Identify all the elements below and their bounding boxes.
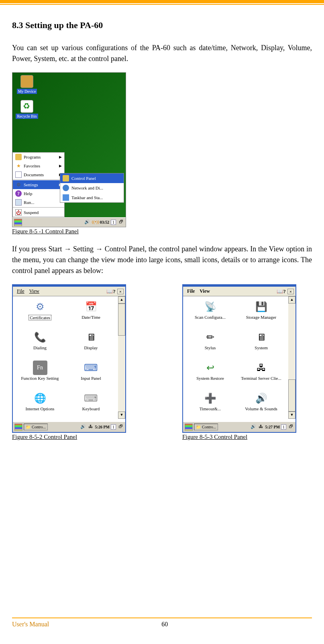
figure-row: File View 📖? × ⚙Certificates 📅Date/Time …: [12, 284, 312, 440]
menu-divider: [13, 179, 64, 180]
start-button[interactable]: [14, 424, 22, 431]
network-label: Network and Di...: [71, 185, 103, 190]
cp-item-stylus[interactable]: ✏Stylus: [185, 330, 236, 359]
cp-item-datetime[interactable]: 📅Date/Time: [65, 300, 116, 328]
scroll-down-button[interactable]: ▼: [288, 412, 295, 419]
cp-item-volume[interactable]: 🔊Volume & Sounds: [236, 391, 287, 420]
menu-file[interactable]: File: [185, 287, 197, 295]
help-label: Help: [24, 191, 32, 196]
taskbar-clock[interactable]: 03:52: [100, 220, 109, 224]
taskbar-app-icon: 📁: [26, 425, 31, 429]
plus-icon: ➕: [203, 391, 218, 406]
menu-view[interactable]: View: [27, 287, 42, 295]
control-panel-label: Control Panel: [71, 176, 96, 181]
cp-item-display[interactable]: 🖥Display: [65, 330, 116, 359]
cp-item-restore[interactable]: ↩System Restore: [185, 361, 236, 389]
tray-indicator[interactable]: 1: [111, 220, 116, 225]
cp-item-system[interactable]: 🖥System: [236, 330, 287, 359]
section-title-text: Setting up the PA-60: [25, 20, 103, 30]
section-number: 8.3: [12, 20, 23, 30]
scanner-icon: 📡: [203, 300, 218, 314]
close-button[interactable]: ×: [117, 289, 124, 294]
submenu-control-panel[interactable]: Control Panel: [60, 173, 124, 183]
scroll-thumb[interactable]: [118, 304, 125, 336]
icon-grid: ⚙Certificates 📅Date/Time 📞Dialing 🖥Displ…: [13, 296, 118, 419]
chevron-right-icon: ▶: [59, 155, 62, 159]
start-item-settings[interactable]: ⚙ Settings ▶: [13, 180, 64, 189]
tray-network-icon[interactable]: 🖧: [258, 424, 264, 430]
cp-item-functionkey[interactable]: FnFunction Key Setting: [14, 361, 65, 389]
start-menu: Programs ▶ ★ Favorites ▶ Documents ▶ ⚙ S…: [12, 152, 65, 217]
tray-indicator[interactable]: 1: [111, 424, 116, 430]
close-button[interactable]: ×: [287, 289, 294, 294]
tray-indicator[interactable]: 1: [281, 424, 286, 430]
cp-item-inputpanel[interactable]: ⌨Input Panel: [65, 361, 116, 389]
cp-item-terminal[interactable]: 🖧Terminal Server Clie...: [236, 361, 287, 389]
scroll-thumb[interactable]: [288, 379, 295, 412]
tray-speaker-icon[interactable]: 🔊: [80, 424, 86, 430]
taskbar-app-label: Contro...: [202, 425, 216, 429]
start-item-favorites[interactable]: ★ Favorites ▶: [13, 161, 64, 170]
cp-item-dialing[interactable]: 📞Dialing: [14, 330, 65, 359]
scrollbar[interactable]: ▲ ▼: [288, 296, 295, 419]
taskbar-clock[interactable]: 5:26 PM: [95, 425, 110, 429]
scroll-track[interactable]: [288, 304, 295, 412]
cp-item-timeout[interactable]: ➕Timeout&...: [185, 391, 236, 420]
taskbar-app-button[interactable]: 📁 Contro...: [24, 424, 48, 430]
keyboard-icon: ⌨: [84, 361, 98, 375]
fn-icon: Fn: [33, 361, 47, 375]
start-item-help[interactable]: ? Help: [13, 189, 64, 198]
top-accent-bar: [0, 0, 324, 3]
scroll-down-button[interactable]: ▼: [118, 412, 125, 419]
start-item-programs[interactable]: Programs ▶: [13, 153, 64, 161]
start-button[interactable]: [185, 424, 193, 431]
taskbar-clock[interactable]: 5:27 PM: [265, 425, 280, 429]
storage-icon: 💾: [254, 300, 269, 314]
menu-view[interactable]: View: [197, 287, 212, 295]
start-item-run[interactable]: Run...: [13, 198, 64, 207]
cp-item-keyboard[interactable]: ⌨Keyboard: [65, 391, 116, 420]
figure-1-desktop: My Device Recycle Bin Programs ▶ ★ Favor…: [12, 72, 126, 227]
start-item-documents[interactable]: Documents ▶: [13, 170, 64, 179]
tray-speaker-icon[interactable]: 🔊: [250, 424, 257, 430]
scroll-up-button[interactable]: ▲: [118, 296, 125, 304]
figure-1-caption: Figure 8-5 -1 Control Panel: [12, 228, 312, 235]
figure-3-block: File View 📖? × 📡Scan Configura... 💾Stora…: [182, 284, 296, 440]
taskbar-app-button[interactable]: 📁 Contro...: [194, 424, 218, 430]
display-icon: 🖥: [84, 330, 98, 344]
menu-file[interactable]: File: [14, 287, 27, 295]
figure-1-block: My Device Recycle Bin Programs ▶ ★ Favor…: [12, 72, 312, 235]
cp-item-certificates[interactable]: ⚙Certificates: [14, 300, 65, 328]
pen-icon: ✏: [203, 330, 218, 344]
cp-item-internet[interactable]: 🌐Internet Options: [14, 391, 65, 420]
start-item-suspend[interactable]: ⏻ Suspend: [13, 208, 64, 217]
control-panel-body: 📡Scan Configura... 💾Storage Manager ✏Sty…: [183, 296, 295, 419]
taskbar-label: Taskbar and Sta...: [71, 195, 103, 200]
scroll-up-button[interactable]: ▲: [288, 296, 295, 304]
tray-windows-icon[interactable]: 🗗: [287, 424, 294, 430]
start-button[interactable]: [14, 219, 22, 226]
my-device-icon[interactable]: My Device: [15, 75, 39, 94]
scroll-track[interactable]: [118, 304, 125, 412]
taskbar-app-label: Contro...: [32, 425, 46, 429]
footer-accent-line: [12, 618, 312, 618]
submenu-taskbar[interactable]: Taskbar and Sta...: [60, 193, 124, 202]
tray-windows-icon[interactable]: 🗗: [118, 219, 124, 226]
cp-item-scan[interactable]: 📡Scan Configura...: [185, 300, 236, 328]
figure-2-block: File View 📖? × ⚙Certificates 📅Date/Time …: [12, 284, 126, 440]
favorites-label: Favorites: [24, 163, 40, 168]
scrollbar[interactable]: ▲ ▼: [118, 296, 125, 419]
tray-windows-icon[interactable]: 🗗: [117, 424, 124, 430]
gear-icon: ⚙: [15, 181, 22, 188]
footer-doc-title: User's Manual: [12, 621, 49, 628]
tray-speaker-icon[interactable]: 🔊: [84, 219, 90, 226]
help-icon[interactable]: 📖?: [106, 288, 116, 295]
submenu-network[interactable]: Network and Di...: [60, 183, 124, 193]
cp-item-storage[interactable]: 💾Storage Manager: [236, 300, 287, 328]
help-icon[interactable]: 📖?: [277, 288, 286, 295]
section-heading: 8.3 Setting up the PA-60: [12, 20, 312, 31]
icon-grid: 📡Scan Configura... 💾Storage Manager ✏Sty…: [183, 296, 288, 419]
tray-network-icon[interactable]: 🖧: [88, 424, 94, 430]
tray-signal-icon[interactable]: ((•)): [92, 219, 98, 226]
recycle-bin-icon[interactable]: Recycle Bin: [15, 100, 39, 119]
